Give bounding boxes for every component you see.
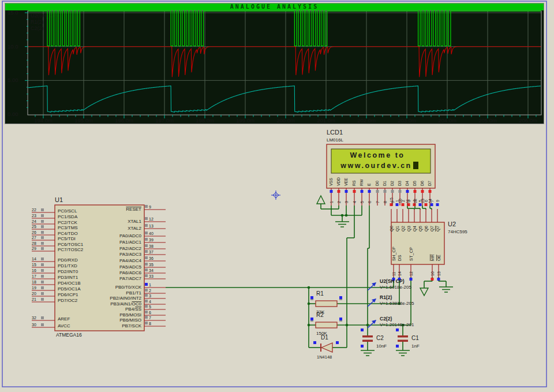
pin-state-indicator <box>431 278 434 281</box>
pin-state-indicator <box>145 232 148 234</box>
svg-text:74HC595: 74HC595 <box>448 229 467 234</box>
svg-text:5.00: 5.00 <box>8 77 18 83</box>
svg-text:PD0/RXD: PD0/RXD <box>58 257 78 263</box>
svg-text:C2(2): C2(2) <box>380 316 392 322</box>
svg-text:204.0m: 204.0m <box>438 117 456 124</box>
svg-text:R1(2): R1(2) <box>31 19 44 25</box>
svg-text:PA0/ADC0: PA0/ADC0 <box>119 233 142 238</box>
svg-text:PB5/MOSI: PB5/MOSI <box>119 312 141 318</box>
svg-text:0.00: 0.00 <box>8 111 18 117</box>
svg-text:D0: D0 <box>375 181 379 186</box>
resistor-r2[interactable]: R2150K <box>316 312 337 336</box>
svg-text:D6: D6 <box>420 181 424 186</box>
svg-text:D1: D1 <box>383 181 387 186</box>
pin-state-indicator <box>145 256 148 259</box>
svg-text:D3: D3 <box>398 181 402 186</box>
svg-text:Q3: Q3 <box>406 226 411 232</box>
diode-d1[interactable]: D11N4148 <box>313 334 339 360</box>
pin-state-indicator <box>41 263 44 266</box>
svg-text:196.0m: 196.0m <box>115 117 133 124</box>
power-terminal-down[interactable] <box>420 288 428 296</box>
pin-state-indicator <box>421 190 424 193</box>
ground-symbol[interactable] <box>361 350 375 356</box>
svg-text:PC5/TDI: PC5/TDI <box>58 236 76 241</box>
svg-text:PB3/AIN1/OC0: PB3/AIN1/OC0 <box>110 301 141 307</box>
svg-text:PB7/SCK: PB7/SCK <box>122 323 141 328</box>
voltage-probe[interactable]: C2(2)V=1.20146e-201 <box>368 316 414 328</box>
pin-state-indicator <box>41 208 44 211</box>
svg-text:18: 18 <box>32 280 36 284</box>
wire-junction <box>346 324 349 327</box>
pin-state-indicator <box>414 190 417 193</box>
svg-text:ST_CP: ST_CP <box>409 247 414 261</box>
svg-text:XTAL2: XTAL2 <box>128 226 141 231</box>
svg-text:PC6/TOSC1: PC6/TOSC1 <box>58 242 84 247</box>
voltage-probe[interactable]: U2(SH CP)V=1.6018e-205 <box>368 278 411 290</box>
ground-symbol[interactable] <box>335 222 349 227</box>
wire-junction <box>345 214 348 217</box>
svg-text:16: 16 <box>32 268 36 272</box>
pin-state-indicator <box>145 205 148 208</box>
svg-text:10nF: 10nF <box>376 344 387 349</box>
analysis-plot: 0.005.0010.015.0194.0m195.0m196.0m197.0m… <box>5 10 544 124</box>
svg-text:27: 27 <box>32 236 36 240</box>
pin-state-indicator <box>41 281 44 283</box>
svg-text:PA2/ADC2: PA2/ADC2 <box>119 246 142 251</box>
voltage-probe[interactable]: R1(2)V=1.63838e-205 <box>368 294 414 307</box>
svg-text:1N4148: 1N4148 <box>317 354 332 360</box>
pin-state-indicator <box>41 231 44 234</box>
lcd-cursor <box>413 162 418 169</box>
svg-text:37: 37 <box>149 250 154 254</box>
pin-state-indicator <box>145 244 148 247</box>
power-terminal-up[interactable] <box>317 196 325 204</box>
svg-text:E: E <box>367 183 371 186</box>
pin-state-indicator <box>429 190 432 193</box>
svg-text:XTAL1: XTAL1 <box>128 219 141 224</box>
pin-state-indicator <box>145 311 148 313</box>
capacitor-c1[interactable]: C11nF <box>396 328 420 349</box>
pin-state-indicator <box>145 224 148 227</box>
pin-state-indicator <box>399 190 402 193</box>
svg-text:34: 34 <box>149 268 154 272</box>
svg-text:PD6/ICP1: PD6/ICP1 <box>58 292 78 297</box>
svg-text:PB0/T0/XCK: PB0/T0/XCK <box>115 285 142 290</box>
svg-text:202.0m: 202.0m <box>357 117 376 124</box>
svg-text:R1(2): R1(2) <box>380 294 392 300</box>
svg-text:5: 5 <box>360 201 364 203</box>
svg-text:PA7/ADC7: PA7/ADC7 <box>119 276 142 281</box>
pin-state-indicator <box>436 203 439 206</box>
analysis-title-bar[interactable]: ANALOGUE ANALYSIS <box>5 3 544 10</box>
svg-text:8: 8 <box>149 322 151 326</box>
svg-text:Q0: Q0 <box>389 226 394 232</box>
svg-text:PD2/INT0: PD2/INT0 <box>58 269 78 274</box>
svg-text:D4: D4 <box>405 181 409 186</box>
pin-state-indicator <box>338 190 340 193</box>
svg-text:PC7/TOSC2: PC7/TOSC2 <box>58 247 84 252</box>
svg-text:14: 14 <box>428 199 432 203</box>
svg-text:2: 2 <box>337 201 341 203</box>
pin-state-indicator <box>41 242 44 245</box>
pin-state-indicator <box>41 247 44 250</box>
svg-text:25: 25 <box>32 225 36 229</box>
pin-state-indicator <box>145 238 148 241</box>
svg-text:21: 21 <box>32 297 36 301</box>
lcd-module-lm016l[interactable]: LCD1LM016LWelcome towww.ourdev.cn1VSS2VD… <box>327 129 435 206</box>
svg-text:200.0m: 200.0m <box>276 117 295 124</box>
svg-text:PC0/SCL: PC0/SCL <box>58 208 77 214</box>
svg-text:6: 6 <box>424 200 428 202</box>
pin-state-indicator <box>368 190 371 193</box>
svg-text:PB1/T1: PB1/T1 <box>126 290 141 296</box>
svg-text:194.0m: 194.0m <box>34 117 53 124</box>
svg-text:14: 14 <box>398 271 402 276</box>
analogue-analysis-window[interactable]: ANALOGUE ANALYSIS 0.005.0010.015.0194.0m… <box>5 3 544 124</box>
svg-text:PD7/OC2: PD7/OC2 <box>58 298 78 303</box>
resistor-r1[interactable]: R133K <box>316 290 337 315</box>
svg-text:PC4/TDO: PC4/TDO <box>58 231 78 236</box>
svg-text:38: 38 <box>149 244 154 248</box>
ground-symbol[interactable] <box>396 350 410 356</box>
ground-symbol[interactable] <box>439 287 453 292</box>
svg-text:U1: U1 <box>55 196 63 203</box>
pin-state-indicator <box>345 190 348 193</box>
chip-u2-74hc595[interactable]: U274HC59515Q01Q12Q23Q34Q45Q56Q67Q79Q711S… <box>389 197 467 277</box>
capacitor-c2[interactable]: C210nF <box>361 328 387 349</box>
